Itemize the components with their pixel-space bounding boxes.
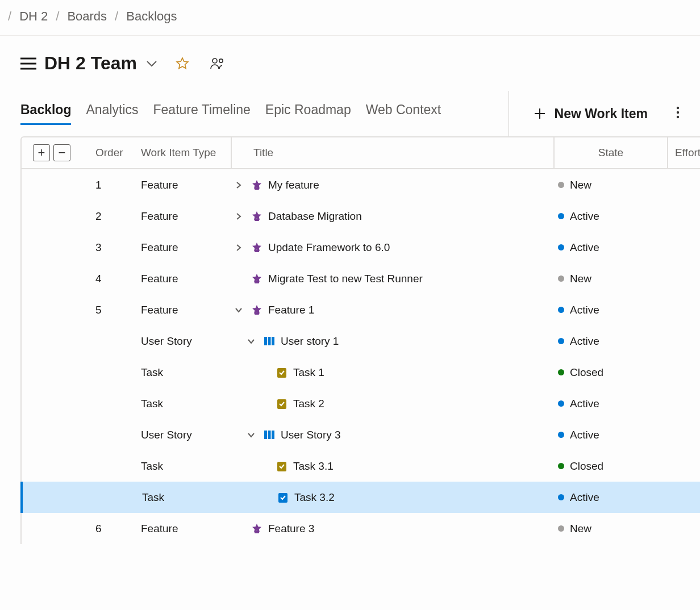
backlog-row[interactable]: Task Task 3.1 Closed — [22, 450, 700, 482]
state-dot-icon — [558, 307, 564, 313]
backlog-grid: + − Order Work Item Type Title State Eff… — [20, 136, 700, 544]
svg-point-2 — [677, 107, 679, 109]
chevron-down-icon[interactable] — [144, 60, 157, 67]
svg-point-4 — [677, 116, 679, 118]
tab-feature-timeline[interactable]: Feature Timeline — [153, 102, 251, 125]
row-state: Active — [570, 304, 599, 316]
tab-analytics[interactable]: Analytics — [86, 102, 138, 125]
column-header-type[interactable]: Work Item Type — [141, 137, 232, 168]
row-type: Feature — [141, 179, 232, 191]
column-header-state[interactable]: State — [555, 137, 668, 168]
row-title[interactable]: Task 2 — [293, 398, 324, 410]
state-dot-icon — [558, 494, 564, 500]
backlog-row[interactable]: 4 Feature Migrate Test to new Test Runne… — [22, 263, 700, 294]
state-dot-icon — [558, 463, 564, 469]
expand-caret-icon[interactable] — [232, 212, 245, 220]
row-state: New — [570, 179, 591, 191]
state-dot-icon — [558, 369, 564, 375]
people-icon[interactable] — [207, 53, 228, 74]
breadcrumb-item[interactable]: Boards — [67, 9, 107, 24]
task-blue-icon — [277, 492, 289, 503]
row-type: Task — [141, 366, 232, 379]
row-type: Feature — [141, 241, 232, 254]
task-icon — [276, 367, 288, 378]
row-type: User Story — [141, 335, 232, 348]
state-dot-icon — [558, 275, 564, 282]
backlog-row[interactable]: Task Task 2 Active — [22, 388, 700, 419]
feature-icon — [251, 242, 262, 253]
feature-icon — [251, 523, 262, 534]
expand-caret-icon[interactable] — [232, 306, 245, 314]
expand-caret-icon[interactable] — [244, 431, 258, 439]
backlog-row[interactable]: Task Task 1 Closed — [22, 357, 700, 388]
backlog-row[interactable]: User Story User story 1 Active — [22, 325, 700, 357]
row-state: Active — [570, 241, 599, 254]
column-header-order[interactable]: Order — [95, 147, 141, 159]
row-title[interactable]: My feature — [268, 179, 319, 191]
row-type: Task — [141, 460, 232, 473]
row-order: 2 — [95, 210, 141, 223]
row-title[interactable]: Database Migration — [268, 210, 362, 223]
tab-epic-roadmap[interactable]: Epic Roadmap — [265, 102, 351, 125]
row-order: 3 — [95, 241, 141, 254]
expand-all-button[interactable]: + — [33, 144, 50, 161]
plus-icon — [534, 108, 545, 119]
row-title[interactable]: User story 1 — [281, 335, 339, 348]
row-type: Feature — [141, 523, 232, 535]
feature-icon — [251, 304, 262, 316]
column-header-effort[interactable]: Effort — [668, 137, 700, 168]
story-icon — [264, 336, 275, 347]
row-state: New — [570, 523, 591, 535]
row-state: Active — [570, 429, 599, 441]
toolbar-actions: New Work Item — [509, 91, 680, 136]
svg-point-1 — [219, 59, 223, 62]
expand-caret-icon[interactable] — [244, 337, 258, 345]
more-icon[interactable] — [676, 106, 680, 121]
state-dot-icon — [558, 338, 564, 344]
breadcrumb-separator: / — [115, 9, 118, 24]
feature-icon — [251, 211, 262, 222]
backlog-row[interactable]: User Story User Story 3 Active — [22, 419, 700, 450]
svg-point-0 — [213, 59, 217, 63]
row-title[interactable]: Feature 1 — [268, 304, 314, 316]
row-state: Active — [570, 491, 599, 504]
row-state: Closed — [570, 366, 603, 379]
row-title[interactable]: Task 3.1 — [293, 460, 334, 473]
row-order: 4 — [95, 273, 141, 285]
story-icon — [264, 429, 275, 441]
row-title[interactable]: Migrate Test to new Test Runner — [268, 273, 423, 285]
breadcrumb-item[interactable]: DH 2 — [19, 9, 48, 24]
row-title[interactable]: User Story 3 — [281, 429, 341, 441]
row-state: New — [570, 273, 591, 285]
row-title[interactable]: Task 1 — [293, 366, 324, 379]
row-type: Task — [141, 398, 232, 410]
row-type: Feature — [141, 210, 232, 223]
backlog-row[interactable]: Task Task 3.2 Active — [20, 482, 700, 513]
tab-backlog[interactable]: Backlog — [20, 102, 71, 125]
backlog-row[interactable]: 2 Feature Database Migration Active — [22, 200, 700, 232]
collapse-all-button[interactable]: − — [53, 144, 70, 161]
expand-caret-icon[interactable] — [232, 244, 245, 252]
menu-icon[interactable] — [20, 57, 36, 70]
backlog-row[interactable]: 3 Feature Update Framework to 6.0 Active — [22, 232, 700, 263]
breadcrumb-separator: / — [8, 9, 11, 24]
expand-caret-icon[interactable] — [232, 181, 245, 189]
favorite-star-icon[interactable] — [172, 53, 193, 74]
breadcrumb-item[interactable]: Backlogs — [126, 9, 177, 24]
breadcrumb: / DH 2 / Boards / Backlogs — [0, 0, 700, 36]
tab-web-context[interactable]: Web Context — [366, 102, 441, 125]
backlog-row[interactable]: 1 Feature My feature New — [22, 169, 700, 200]
backlog-row[interactable]: 5 Feature Feature 1 Active — [22, 294, 700, 325]
team-selector[interactable]: DH 2 Team — [44, 53, 137, 74]
column-header-title[interactable]: Title — [232, 137, 555, 168]
row-title[interactable]: Update Framework to 6.0 — [268, 241, 390, 254]
state-dot-icon — [558, 432, 564, 438]
new-work-item-button[interactable]: New Work Item — [534, 106, 648, 122]
row-title[interactable]: Task 3.2 — [294, 491, 335, 504]
state-dot-icon — [558, 213, 564, 219]
backlog-row[interactable]: 6 Feature Feature 3 New — [22, 513, 700, 544]
svg-point-3 — [677, 111, 679, 114]
feature-icon — [251, 179, 262, 191]
row-title[interactable]: Feature 3 — [268, 523, 314, 535]
page-header: DH 2 Team — [0, 36, 700, 85]
